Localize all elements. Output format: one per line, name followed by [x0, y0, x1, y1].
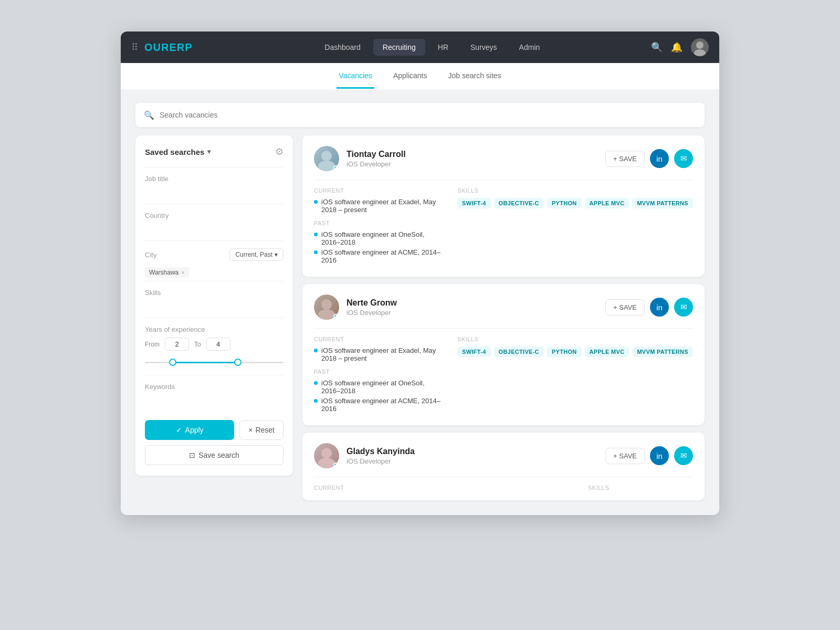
logo-prefix: OUR [144, 41, 169, 53]
keywords-input[interactable] [145, 395, 284, 408]
user-avatar[interactable] [691, 38, 709, 56]
save-search-button[interactable]: ⊡ Save search [145, 445, 284, 465]
candidate-card-tiontay: Tiontay Carroll iOS Developer + SAVE in … [302, 135, 705, 277]
linkedin-button-nerte[interactable]: in [650, 298, 669, 317]
job-title-input[interactable] [145, 187, 284, 201]
linkedin-button-gladys[interactable]: in [650, 446, 669, 465]
card-actions-nerte: + SAVE in ✉ [605, 298, 693, 317]
tab-vacancies[interactable]: Vacancies [337, 64, 374, 89]
filter-job-title: Job title [145, 167, 284, 204]
sidebar: Saved searches ▾ ⚙ Job title Country [135, 135, 293, 500]
save-candidate-nerte[interactable]: + SAVE [605, 299, 645, 316]
notifications-button[interactable]: 🔔 [671, 41, 682, 53]
card-divider [314, 180, 693, 180]
tab-applicants[interactable]: Applicants [391, 64, 429, 89]
person-gladys: Gladys Kanyinda iOS Developer [314, 443, 415, 468]
search-input[interactable] [160, 111, 696, 119]
nav-admin[interactable]: Admin [510, 39, 550, 56]
grid-icon[interactable]: ⠿ [131, 41, 138, 53]
top-nav: ⠿ OURERP Dashboard Recruiting HR Surveys… [121, 32, 719, 63]
years-exp-label: Years of experience [145, 326, 284, 333]
svg-point-5 [318, 309, 335, 320]
person-title-tiontay: iOS Developer [346, 160, 406, 168]
nav-recruiting[interactable]: Recruiting [373, 39, 425, 56]
skill-swift4: SWIFT-4 [457, 346, 491, 357]
email-button-nerte[interactable]: ✉ [674, 298, 693, 317]
skills-list: SWIFT-4 OBJECTIVE-C PYTHON APPLE MVC MVV… [457, 198, 693, 208]
from-label: From [145, 341, 160, 348]
current-item-0: iOS software engineer at Exadel, May 201… [314, 198, 442, 214]
search-bar: 🔍 [135, 103, 705, 127]
email-button-tiontay[interactable]: ✉ [674, 149, 693, 168]
email-button-gladys[interactable]: ✉ [674, 446, 693, 465]
range-thumb-left[interactable] [169, 359, 176, 366]
chevron-down-icon[interactable]: ▾ [207, 148, 211, 155]
skill-mvvm: MVVM PATTERNS [632, 346, 693, 357]
skills-gladys: Skills [588, 485, 693, 495]
nav-surveys[interactable]: Surveys [461, 39, 507, 56]
reset-button[interactable]: × Reset [239, 420, 284, 440]
svg-point-6 [321, 448, 332, 458]
apply-button[interactable]: ✓ Apply [145, 420, 234, 440]
search-icon: 🔍 [144, 110, 154, 120]
exp-dot [314, 233, 318, 236]
skills-label: Skills [457, 187, 693, 194]
filter-skills: Skills [145, 281, 284, 318]
country-input[interactable] [145, 224, 284, 237]
save-candidate-gladys[interactable]: + SAVE [605, 448, 645, 464]
nav-right: 🔍 🔔 [651, 38, 709, 56]
skill-python: PYTHON [547, 346, 582, 357]
years-to-input[interactable] [206, 338, 230, 351]
nav-dashboard[interactable]: Dashboard [315, 39, 370, 56]
person-tiontay: Tiontay Carroll iOS Developer [314, 146, 406, 171]
skills-label: Skills [588, 485, 693, 491]
exp-dot [314, 349, 318, 352]
apply-check-icon: ✓ [176, 426, 182, 434]
search-button[interactable]: 🔍 [651, 41, 663, 53]
person-info-gladys: Gladys Kanyinda iOS Developer [346, 447, 415, 465]
years-from-input[interactable] [165, 338, 189, 351]
app-wrapper: ⠿ OURERP Dashboard Recruiting HR Surveys… [121, 32, 719, 515]
person-name-nerte: Nerte Gronw [346, 298, 397, 308]
saved-searches-header: Saved searches ▾ ⚙ [145, 146, 284, 158]
filter-city: City Current, Past ▾ Warshawa × [145, 240, 284, 281]
range-thumb-right[interactable] [234, 359, 242, 366]
current-item-0: iOS software engineer at Exadel, May 201… [314, 346, 442, 362]
keywords-label: Keywords [145, 383, 284, 391]
past-item-0: iOS software engineer at OneSoil, 2016–2… [314, 230, 442, 246]
saved-searches-label: Saved searches [145, 148, 204, 156]
past-item-1: iOS software engineer at ACME, 2014–2016 [314, 397, 442, 413]
reset-x-icon: × [248, 426, 253, 434]
app-logo: OURERP [144, 41, 193, 54]
experience-tiontay: Current iOS software engineer at Exadel,… [314, 187, 442, 266]
skills-input[interactable] [145, 301, 284, 314]
card-top-nerte: Nerte Gronw iOS Developer + SAVE in ✉ [314, 295, 693, 320]
skills-tiontay: Skills SWIFT-4 OBJECTIVE-C PYTHON APPLE … [457, 187, 693, 266]
svg-point-3 [318, 161, 335, 171]
city-tag-close[interactable]: × [181, 269, 184, 276]
exp-dot [314, 250, 318, 254]
tab-job-search-sites[interactable]: Job search sites [446, 64, 503, 89]
person-name-gladys: Gladys Kanyinda [346, 447, 415, 456]
online-dot [333, 314, 339, 319]
current-label: Current [314, 336, 442, 342]
candidate-card-nerte: Nerte Gronw iOS Developer + SAVE in ✉ Cu… [302, 284, 705, 425]
current-label: Current [314, 187, 442, 194]
reset-label: Reset [255, 426, 275, 434]
card-divider [314, 328, 693, 329]
sub-nav: Vacancies Applicants Job search sites [121, 63, 719, 90]
city-dropdown[interactable]: Current, Past ▾ [229, 248, 284, 261]
svg-point-7 [318, 458, 335, 468]
range-slider[interactable] [145, 357, 284, 368]
settings-button[interactable]: ⚙ [275, 146, 284, 158]
save-candidate-tiontay[interactable]: + SAVE [605, 151, 645, 167]
city-tag-warshawa: Warshawa × [145, 267, 189, 278]
nav-hr[interactable]: HR [428, 39, 458, 56]
online-dot [333, 463, 339, 468]
to-label: To [194, 341, 201, 348]
filter-years-exp: Years of experience From To [145, 318, 284, 375]
linkedin-button-tiontay[interactable]: in [650, 149, 669, 168]
past-section: Past iOS software engineer at OneSoil, 2… [314, 220, 442, 264]
exp-range-inputs: From To [145, 338, 284, 351]
apply-label: Apply [185, 426, 204, 434]
